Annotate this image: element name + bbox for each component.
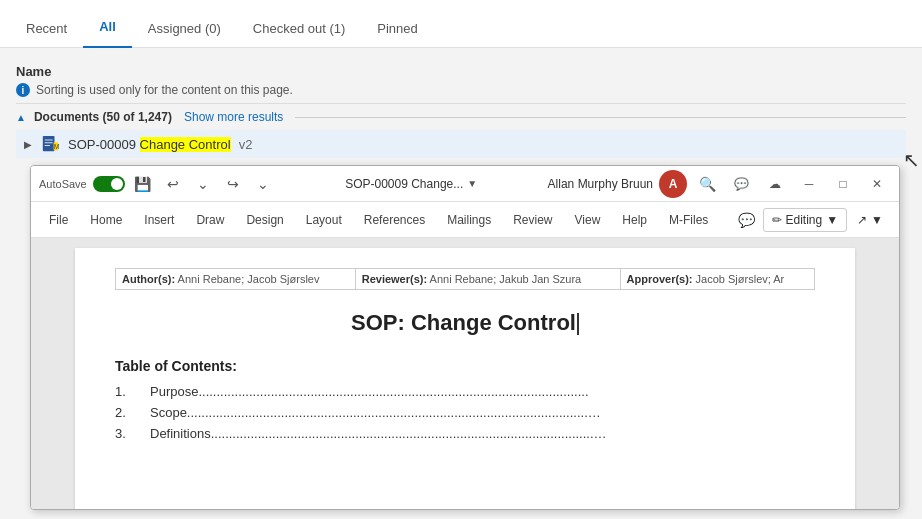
user-info: Allan Murphy Bruun A — [548, 170, 687, 198]
share-icon: ↗ — [857, 213, 867, 227]
comment-button[interactable]: 💬 — [733, 206, 761, 234]
pencil-icon: ✏ — [772, 213, 782, 227]
toc-item-2: 2. Scope................................… — [115, 405, 815, 420]
title-caret[interactable]: ▼ — [467, 178, 477, 189]
tab-recent[interactable]: Recent — [10, 9, 83, 48]
ribbon-tab-references[interactable]: References — [354, 207, 435, 233]
ribbon-tab-insert[interactable]: Insert — [134, 207, 184, 233]
tab-assigned[interactable]: Assigned (0) — [132, 9, 237, 48]
document-icon: M — [40, 134, 60, 154]
word-ribbon: File Home Insert Draw Design Layout Refe… — [31, 202, 899, 238]
author-label: Author(s): — [122, 273, 175, 285]
ribbon-tab-help[interactable]: Help — [612, 207, 657, 233]
share-button[interactable]: ↗ ▼ — [849, 209, 891, 231]
info-row: i Sorting is used only for the content o… — [16, 83, 906, 103]
svg-rect-1 — [45, 140, 53, 141]
search-icon[interactable]: 🔍 — [693, 170, 721, 198]
document-title: SOP: Change Control — [115, 310, 815, 338]
ribbon-collapse-icon[interactable]: ☁ — [761, 170, 789, 198]
maximize-button[interactable]: □ — [829, 170, 857, 198]
tab-all[interactable]: All — [83, 7, 132, 48]
word-titlebar: AutoSave 💾 ↩ ⌄ ↪ ⌄ SOP-00009 Change... ▼… — [31, 166, 899, 202]
ribbon-tab-mailings[interactable]: Mailings — [437, 207, 501, 233]
content-area: Name i Sorting is used only for the cont… — [0, 48, 922, 168]
redo-button[interactable]: ↪ — [221, 172, 245, 196]
text-cursor — [577, 313, 579, 335]
collapse-icon[interactable]: ▲ — [16, 112, 26, 123]
ribbon-tab-draw[interactable]: Draw — [186, 207, 234, 233]
editing-button[interactable]: ✏ Editing ▼ — [763, 208, 848, 232]
toc-label-1: Purpose.................................… — [150, 384, 815, 399]
toc-item-3: 3. Definitions..........................… — [115, 426, 815, 441]
toc-label-2: Scope...................................… — [150, 405, 815, 420]
info-icon: i — [16, 83, 30, 97]
document-row[interactable]: ▶ M SOP-00009 Change Control v2 — [16, 130, 906, 158]
ribbon-tab-layout[interactable]: Layout — [296, 207, 352, 233]
toc-num-1: 1. — [115, 384, 150, 399]
expand-icon[interactable]: ▶ — [24, 139, 32, 150]
svg-rect-0 — [43, 136, 55, 151]
more-button[interactable]: ⌄ — [251, 172, 275, 196]
tab-checked-out[interactable]: Checked out (1) — [237, 9, 362, 48]
approver-label: Approver(s): — [627, 273, 693, 285]
svg-text:M: M — [54, 143, 59, 150]
word-document-area: Author(s): Anni Rebane; Jacob Sjørslev R… — [31, 238, 899, 509]
close-button[interactable]: ✕ — [863, 170, 891, 198]
toc-heading: Table of Contents: — [115, 358, 815, 374]
document-version: v2 — [239, 137, 253, 152]
undo-dropdown[interactable]: ⌄ — [191, 172, 215, 196]
ribbon-tab-design[interactable]: Design — [236, 207, 293, 233]
document-highlighted-name: Change Control — [140, 137, 231, 152]
toc-label-3: Definitions.............................… — [150, 426, 815, 441]
word-document-title: SOP-00009 Change... ▼ — [281, 177, 542, 191]
autosave-toggle[interactable] — [93, 176, 125, 192]
info-text: Sorting is used only for the content on … — [36, 83, 293, 97]
editing-label: Editing — [786, 213, 823, 227]
autosave-label: AutoSave — [39, 178, 87, 190]
word-page: Author(s): Anni Rebane; Jacob Sjørslev R… — [75, 248, 855, 509]
document-name: SOP-00009 Change Control — [68, 137, 231, 152]
ribbon-tab-review[interactable]: Review — [503, 207, 562, 233]
documents-header: ▲ Documents (50 of 1,247) Show more resu… — [16, 103, 906, 130]
svg-rect-2 — [45, 142, 53, 143]
documents-count: Documents (50 of 1,247) — [34, 110, 172, 124]
save-button[interactable]: 💾 — [131, 172, 155, 196]
ribbon-tab-mfiles[interactable]: M-Files — [659, 207, 718, 233]
title-text: SOP: Change Control — [351, 310, 576, 335]
toc-num-2: 2. — [115, 405, 150, 420]
divider-line — [295, 117, 906, 118]
svg-rect-3 — [45, 145, 50, 146]
title-text: SOP-00009 Change... — [345, 177, 463, 191]
undo-button[interactable]: ↩ — [161, 172, 185, 196]
doc-header-table: Author(s): Anni Rebane; Jacob Sjørslev R… — [115, 268, 815, 290]
toc-num-3: 3. — [115, 426, 150, 441]
word-window: AutoSave 💾 ↩ ⌄ ↪ ⌄ SOP-00009 Change... ▼… — [30, 165, 900, 510]
share-more: ▼ — [871, 213, 883, 227]
top-navigation: Recent All Assigned (0) Checked out (1) … — [0, 0, 922, 48]
editing-caret: ▼ — [826, 213, 838, 227]
document-code: SOP-00009 — [68, 137, 136, 152]
cursor-arrow: ↖ — [903, 148, 920, 172]
toc-item-1: 1. Purpose..............................… — [115, 384, 815, 399]
column-name-header: Name — [16, 58, 906, 83]
ribbon-tab-view[interactable]: View — [565, 207, 611, 233]
tab-pinned[interactable]: Pinned — [361, 9, 433, 48]
reviewer-label: Reviewer(s): — [362, 273, 427, 285]
reviewer-value: Anni Rebane; Jakub Jan Szura — [430, 273, 582, 285]
username-label: Allan Murphy Bruun — [548, 177, 653, 191]
comment-icon[interactable]: 💬 — [727, 170, 755, 198]
show-more-link[interactable]: Show more results — [184, 110, 283, 124]
ribbon-tab-home[interactable]: Home — [80, 207, 132, 233]
author-value: Anni Rebane; Jacob Sjørslev — [178, 273, 320, 285]
ribbon-tab-file[interactable]: File — [39, 207, 78, 233]
user-avatar: A — [659, 170, 687, 198]
approver-value: Jacob Sjørslev; Ar — [696, 273, 785, 285]
minimize-button[interactable]: ─ — [795, 170, 823, 198]
